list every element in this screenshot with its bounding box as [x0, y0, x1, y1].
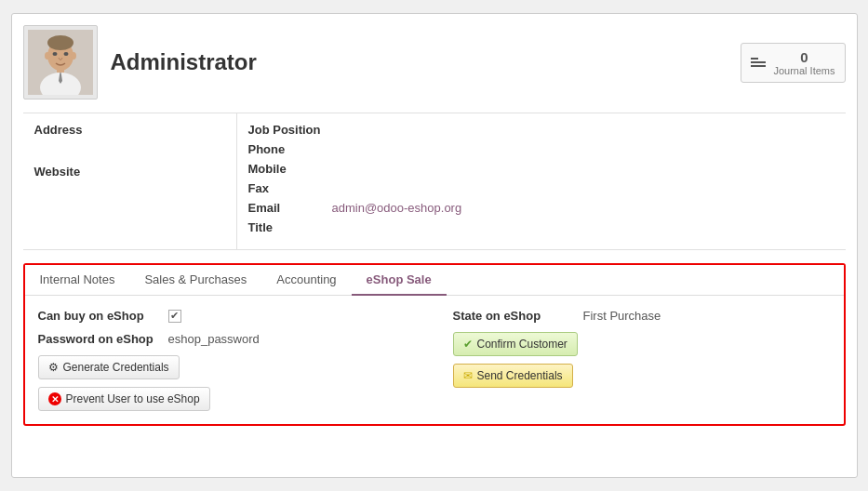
can-buy-row: Can buy on eShop ✔: [38, 309, 416, 323]
journal-count: 0: [773, 49, 835, 65]
svg-point-7: [71, 52, 76, 60]
send-btn-row: Send Credentials: [453, 364, 831, 388]
password-row: Password on eShop eshop_password: [38, 332, 416, 346]
header-row: Administrator 0 Journal Items: [23, 25, 846, 100]
prevent-user-button[interactable]: ✕ Prevent User to use eShop: [38, 387, 210, 411]
website-label: Website: [34, 165, 118, 179]
tab-sales-purchases[interactable]: Sales & Purchases: [129, 265, 261, 296]
eshop-right: State on eShop First Purchase Confirm Cu…: [453, 309, 831, 411]
gear-icon: [48, 361, 59, 374]
journal-items-button[interactable]: 0 Journal Items: [741, 43, 845, 83]
website-row: Website: [34, 165, 225, 179]
title-row: Title: [248, 220, 835, 234]
generate-credentials-label: Generate Credentials: [63, 361, 169, 374]
svg-point-5: [47, 35, 73, 50]
email-row: Email admin@odoo-eshop.org: [248, 201, 835, 215]
state-row: State on eShop First Purchase: [453, 309, 831, 323]
mobile-label: Mobile: [248, 162, 332, 176]
address-label: Address: [34, 123, 118, 137]
title-label: Title: [248, 220, 332, 234]
svg-point-9: [63, 52, 68, 56]
journal-label: Journal Items: [773, 65, 835, 76]
phone-row: Phone: [248, 142, 835, 156]
confirm-customer-label: Confirm Customer: [477, 338, 568, 351]
mobile-row: Mobile: [248, 162, 835, 176]
avatar: [23, 25, 98, 100]
main-card: Administrator 0 Journal Items Address We…: [11, 13, 858, 478]
email-value[interactable]: admin@odoo-eshop.org: [332, 201, 462, 215]
right-btn-row: Confirm Customer: [453, 332, 831, 356]
fax-row: Fax: [248, 181, 835, 195]
left-btn-row: Generate Credentials: [38, 355, 416, 379]
state-label: State on eShop: [453, 309, 574, 323]
phone-label: Phone: [248, 142, 332, 156]
send-credentials-label: Send Credentials: [477, 369, 563, 382]
svg-point-8: [52, 52, 57, 56]
email-label: Email: [248, 201, 332, 215]
state-value: First Purchase: [583, 309, 661, 323]
tab-accounting[interactable]: Accounting: [261, 265, 351, 296]
password-value: eshop_password: [168, 332, 260, 346]
x-icon: ✕: [48, 392, 61, 405]
job-position-row: Job Position: [248, 123, 835, 137]
can-buy-checkbox[interactable]: ✔: [168, 310, 181, 323]
tab-eshop-sale[interactable]: eShop Sale: [352, 265, 447, 296]
left-info-col: Address Website: [23, 113, 237, 249]
send-credentials-button[interactable]: Send Credentials: [453, 364, 573, 388]
header-left: Administrator: [23, 25, 257, 100]
check-icon: [463, 338, 473, 351]
svg-point-6: [45, 52, 50, 60]
tab-internal-notes[interactable]: Internal Notes: [25, 265, 130, 296]
eshop-tab-content: Can buy on eShop ✔ Password on eShop esh…: [25, 296, 844, 424]
tabs-bar: Internal Notes Sales & Purchases Account…: [25, 265, 844, 296]
email-icon: [463, 369, 473, 382]
journal-items-count-label: 0 Journal Items: [773, 49, 835, 76]
can-buy-label: Can buy on eShop: [38, 309, 159, 323]
address-row: Address: [34, 123, 225, 137]
tabs-section: Internal Notes Sales & Purchases Account…: [23, 263, 846, 426]
generate-credentials-button[interactable]: Generate Credentials: [38, 355, 180, 379]
fax-label: Fax: [248, 181, 332, 195]
journal-icon: [751, 58, 766, 67]
right-info-col: Job Position Phone Mobile Fax Email admi…: [237, 113, 846, 249]
admin-name: Administrator: [111, 49, 257, 75]
confirm-customer-button[interactable]: Confirm Customer: [453, 332, 578, 356]
info-grid: Address Website Job Position Phone Mobil…: [23, 113, 846, 250]
eshop-grid: Can buy on eShop ✔ Password on eShop esh…: [38, 309, 831, 411]
prevent-user-label: Prevent User to use eShop: [66, 392, 200, 405]
eshop-left: Can buy on eShop ✔ Password on eShop esh…: [38, 309, 416, 411]
password-label: Password on eShop: [38, 332, 159, 346]
job-position-label: Job Position: [248, 123, 332, 137]
